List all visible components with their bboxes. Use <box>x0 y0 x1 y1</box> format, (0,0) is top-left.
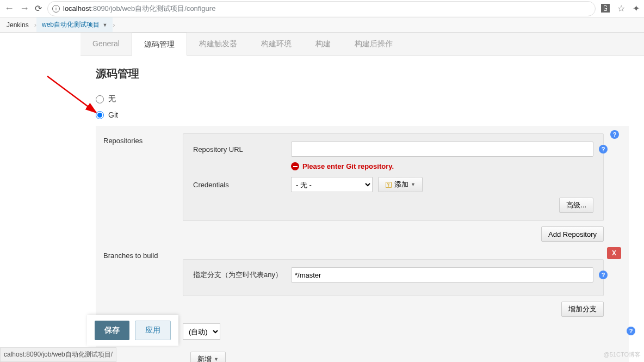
repository-block: Repository URL ? Please enter Git reposi… <box>183 133 604 221</box>
bookmark-icon[interactable]: ☆ <box>617 3 625 14</box>
forward-icon[interactable]: → <box>20 3 29 14</box>
scm-none-radio[interactable]: 无 <box>96 91 629 107</box>
chevron-down-icon: ▼ <box>214 357 219 362</box>
add-repository-button[interactable]: Add Repository <box>541 226 604 242</box>
breadcrumb: Jenkins › web自动化测试项目 ▼ › <box>0 17 644 33</box>
tab-env[interactable]: 构建环境 <box>249 33 304 55</box>
tab-general[interactable]: General <box>81 33 132 55</box>
breadcrumb-root[interactable]: Jenkins <box>1 21 34 29</box>
advanced-button[interactable]: 高级... <box>559 198 593 213</box>
validation-error: Please enter Git repository. <box>291 162 593 170</box>
repo-url-label: Repository URL <box>193 145 286 154</box>
reload-icon[interactable]: ⟳ <box>35 3 42 14</box>
chevron-right-icon: › <box>113 21 115 29</box>
tab-postbuild[interactable]: 构建后操作 <box>343 33 405 55</box>
help-icon[interactable]: ? <box>627 327 635 335</box>
scm-git-radio[interactable]: Git <box>96 107 629 122</box>
repositories-label: Repositories <box>96 133 183 242</box>
credentials-select[interactable]: - 无 - <box>291 177 373 192</box>
add-branch-button[interactable]: 增加分支 <box>561 302 604 317</box>
extensions-icon[interactable]: ✦ <box>633 3 640 14</box>
branches-label: Branches to build <box>96 248 183 317</box>
key-icon: ⚿ <box>385 181 392 189</box>
repo-browser-select[interactable]: (自动) <box>183 323 220 340</box>
dropdown-caret-icon[interactable]: ▼ <box>102 22 107 28</box>
site-info-icon[interactable]: i <box>52 5 60 13</box>
section-title: 源码管理 <box>96 66 629 81</box>
add-credentials-button[interactable]: ⚿ 添加 ▼ <box>378 177 423 192</box>
apply-button[interactable]: 应用 <box>135 321 171 340</box>
branch-spec-input[interactable] <box>291 267 593 283</box>
delete-branch-button[interactable]: X <box>607 247 621 259</box>
breadcrumb-project[interactable]: web自动化测试项目 ▼ <box>36 17 113 32</box>
scm-git-input[interactable] <box>96 111 104 119</box>
scm-none-input[interactable] <box>96 95 104 103</box>
address-bar[interactable]: i localhost:8090/job/web自动化测试项目/configur… <box>47 1 596 16</box>
url-path: :8090/job/web自动化测试项目/configure <box>91 4 215 13</box>
tab-scm[interactable]: 源码管理 <box>132 33 187 56</box>
add-additional-button[interactable]: 新增 ▼ <box>190 352 226 362</box>
branch-spec-label: 指定分支（为空时代表any） <box>193 270 286 280</box>
translate-icon[interactable]: 🅶 <box>601 4 610 14</box>
action-bar: 保存 应用 <box>87 315 178 346</box>
repo-url-input[interactable] <box>291 142 593 157</box>
tab-triggers[interactable]: 构建触发器 <box>187 33 249 55</box>
credentials-label: Credentials <box>193 181 286 189</box>
branch-block: 指定分支（为空时代表any） ? <box>183 259 604 296</box>
help-icon[interactable]: ? <box>599 145 608 154</box>
config-tabs: General 源码管理 构建触发器 构建环境 构建 构建后操作 <box>81 33 644 56</box>
tab-build[interactable]: 构建 <box>304 33 343 55</box>
url-host: localhost <box>63 4 91 13</box>
browser-toolbar: ← → ⟳ i localhost:8090/job/web自动化测试项目/co… <box>0 0 644 17</box>
back-icon[interactable]: ← <box>4 3 14 14</box>
watermark: @51CTO博客 <box>604 351 641 359</box>
chevron-down-icon: ▼ <box>411 182 416 187</box>
error-icon <box>291 162 299 170</box>
status-bar: calhost:8090/job/web自动化测试项目/ <box>0 347 116 362</box>
save-button[interactable]: 保存 <box>95 321 129 340</box>
help-icon[interactable]: ? <box>599 271 608 279</box>
